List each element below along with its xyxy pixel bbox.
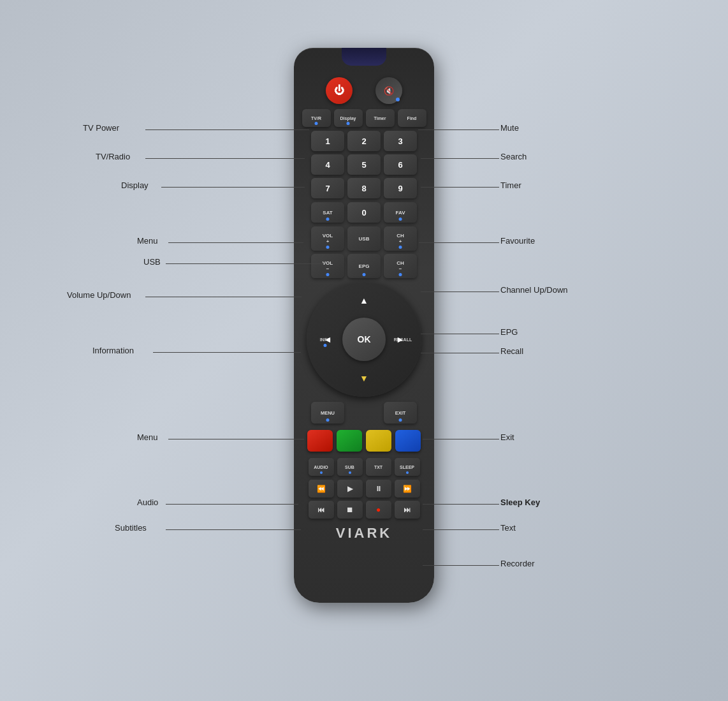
line-search [421,158,499,159]
line-display [161,187,305,188]
line-menu-bottom [168,439,304,439]
num-8-button[interactable]: 8 [347,178,381,198]
label-menu-bottom: Menu [137,432,158,442]
line-subtitles [166,529,301,530]
ir-blaster [342,48,386,66]
stop-button[interactable]: ⏹ [337,501,363,519]
label-channel: Channel Up/Down [500,285,568,295]
num-5-button[interactable]: 5 [347,154,381,175]
volume-group: VOL+ VOL− [311,226,344,278]
line-channel [421,291,499,292]
transport-row-2: ⏮ ⏹ ⏭ [309,501,420,519]
sub-button[interactable]: SUB [337,458,363,476]
green-button[interactable] [337,430,362,452]
nav-up-button[interactable]: ▲ [348,287,380,314]
num-4-button[interactable]: 4 [311,154,344,175]
nav-right-button[interactable]: ► [387,326,414,353]
record-button[interactable] [366,501,391,519]
audio-row: AUDIO SUB TXT SLEEP [309,458,420,476]
line-tv-power [145,129,309,130]
num-2-button[interactable]: 2 [347,131,381,151]
diagram-container: ⏻ 🔇 TV/R Display Timer Find 1 2 3 4 5 6 … [0,0,728,701]
label-information: Information [92,346,134,355]
label-timer: Timer [500,181,521,190]
label-sleep: Sleep Key [500,498,540,507]
rewind-button[interactable]: ⏪ [309,480,334,498]
line-sleep [423,504,499,505]
label-recorder: Recorder [500,559,534,568]
line-exit [423,439,499,439]
vol-ch-row: VOL+ VOL− USB EPG CH+ CH− [311,226,417,278]
pause-button[interactable]: ⏸ [366,480,391,498]
line-epg [421,334,499,334]
mute-button[interactable]: 🔇 [375,77,402,104]
menu-button[interactable]: MENU [311,402,344,424]
skip-forward-button[interactable]: ⏭ [395,501,420,519]
vol-up-button[interactable]: VOL+ [311,226,344,251]
label-tv-power: TV Power [83,123,119,133]
tv-radio-button[interactable]: TV/R [302,109,331,127]
ch-up-button[interactable]: CH+ [384,226,417,251]
line-menu-sat [168,242,303,243]
numpad: 1 2 3 4 5 6 7 8 9 [311,131,417,198]
label-display: Display [121,181,149,190]
label-tv-radio: TV/Radio [96,152,130,161]
nav-down-button[interactable]: ▼ [348,365,380,392]
tv-power-button[interactable]: ⏻ [326,77,353,104]
label-search: Search [500,152,527,161]
label-menu-sat: Menu [137,236,158,246]
num-1-button[interactable]: 1 [311,131,344,151]
num-3-button[interactable]: 3 [384,131,417,151]
label-exit: Exit [500,432,514,442]
num-9-button[interactable]: 9 [384,178,417,198]
label-audio: Audio [137,498,158,507]
label-subtitles: Subtitles [115,523,147,533]
menu-exit-row: MENU EXIT [311,402,417,424]
top-row: ⏻ 🔇 [326,77,402,104]
remote-control: ⏻ 🔇 TV/R Display Timer Find 1 2 3 4 5 6 … [294,48,434,603]
find-button[interactable]: Find [398,109,426,127]
sat-button[interactable]: SAT [311,202,344,223]
ch-down-button[interactable]: CH− [384,254,417,278]
play-button[interactable]: ▶ [337,480,363,498]
label-favourite: Favourite [500,236,535,246]
line-audio [166,504,298,505]
txt-button[interactable]: TXT [366,458,391,476]
display-button[interactable]: Display [334,109,363,127]
brand-label: VIARK [336,525,392,542]
num-0-button[interactable]: 0 [347,202,381,223]
line-favourite [419,242,499,243]
num-6-button[interactable]: 6 [384,154,417,175]
line-recall [421,353,499,353]
line-timer [421,187,499,188]
line-tv-radio [145,158,305,159]
vol-down-button[interactable]: VOL− [311,254,344,278]
line-text [423,529,499,530]
line-information [153,352,301,353]
label-text: Text [500,523,516,533]
fast-forward-button[interactable]: ⏩ [395,480,420,498]
function-row: TV/R Display Timer Find [302,109,426,127]
label-epg: EPG [500,327,518,337]
num-7-button[interactable]: 7 [311,178,344,198]
audio-button[interactable]: AUDIO [309,458,334,476]
epg-button[interactable]: EPG [347,254,381,278]
yellow-button[interactable] [366,430,391,452]
fav-button[interactable]: FAV [384,202,417,223]
label-volume: Volume Up/Down [67,290,131,300]
line-usb [166,263,324,264]
ok-button[interactable]: OK [342,318,386,361]
line-volume [145,297,302,297]
skip-back-button[interactable]: ⏮ [309,501,334,519]
line-mute [418,129,499,130]
transport-row-1: ⏪ ▶ ⏸ ⏩ [309,480,420,498]
exit-button[interactable]: EXIT [384,402,417,424]
channel-group: CH+ CH− [384,226,417,278]
red-button[interactable] [307,430,333,452]
nav-left-button[interactable]: ◄ [314,326,341,353]
blue-button[interactable] [395,430,421,452]
sleep-button[interactable]: SLEEP [395,458,420,476]
timer-button[interactable]: Timer [366,109,395,127]
nav-cluster: INFO RECALL ▲ ◄ OK ► ▼ [307,282,421,397]
usb-button[interactable]: USB [347,226,381,251]
